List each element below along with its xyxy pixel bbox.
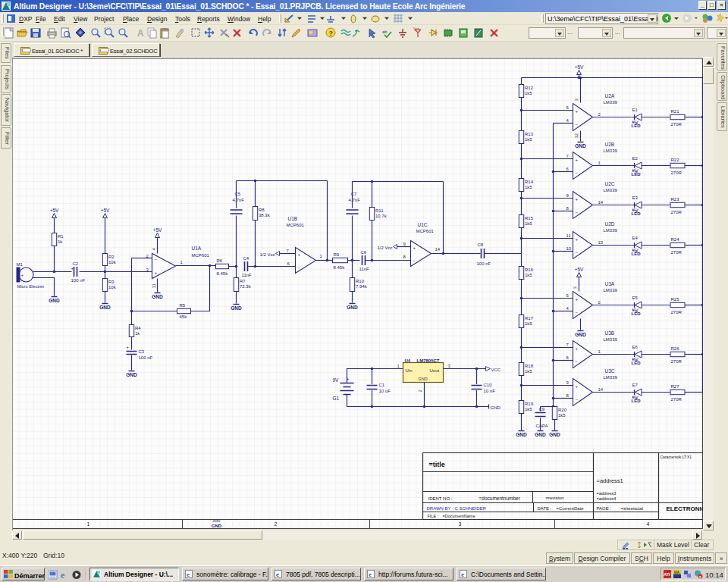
svg-text:CAPA: CAPA xyxy=(536,424,548,428)
svg-text:R15: R15 xyxy=(525,216,534,221)
svg-text:−: − xyxy=(21,278,24,283)
svg-text:LED: LED xyxy=(632,252,642,256)
svg-text:+: + xyxy=(21,273,24,277)
svg-text:C3: C3 xyxy=(139,349,145,354)
svg-text:C6: C6 xyxy=(361,250,367,255)
svg-text:R4: R4 xyxy=(135,326,141,330)
svg-text:+5V: +5V xyxy=(575,64,584,70)
svg-text:+: + xyxy=(576,158,579,162)
svg-text:R11: R11 xyxy=(375,208,384,213)
svg-text:DATE :: DATE : xyxy=(538,506,552,511)
svg-text:LM339: LM339 xyxy=(604,100,618,105)
svg-text:−: − xyxy=(576,359,579,364)
svg-text:GND: GND xyxy=(535,432,546,437)
svg-text:FILE :: FILE : xyxy=(428,514,439,518)
svg-text:−: − xyxy=(413,258,416,263)
svg-text:R14: R14 xyxy=(525,180,534,184)
svg-text:LM339: LM339 xyxy=(604,337,618,342)
svg-text:1k5: 1k5 xyxy=(525,273,532,277)
svg-text:1k5: 1k5 xyxy=(525,91,532,95)
svg-text:Uout: Uout xyxy=(430,368,440,373)
svg-text:IDENT NO :: IDENT NO : xyxy=(428,496,453,501)
svg-text:U1A: U1A xyxy=(192,246,202,251)
svg-text:270R: 270R xyxy=(671,122,682,127)
svg-text:R21: R21 xyxy=(671,109,680,114)
svg-text:R7: R7 xyxy=(240,279,246,283)
svg-text:R8: R8 xyxy=(259,208,265,212)
svg-text:ATI: ATI xyxy=(664,572,670,577)
svg-text:LM339: LM339 xyxy=(604,188,618,192)
svg-text:GND: GND xyxy=(152,294,163,299)
svg-text:1k5: 1k5 xyxy=(525,369,532,374)
svg-text:270R: 270R xyxy=(671,397,682,402)
svg-text:C8: C8 xyxy=(478,242,484,247)
svg-text:R17: R17 xyxy=(525,316,534,321)
svg-text:8.45k: 8.45k xyxy=(334,265,346,270)
svg-text:ELECTRONIC: ELECTRONIC xyxy=(667,505,704,512)
svg-text:LM339: LM339 xyxy=(604,288,618,293)
svg-text:E2: E2 xyxy=(632,156,639,161)
svg-text:−: − xyxy=(576,171,579,175)
svg-text:+5V: +5V xyxy=(101,208,110,213)
svg-text:+5V: +5V xyxy=(153,227,162,233)
svg-text:C5: C5 xyxy=(235,192,241,196)
svg-text:e: e xyxy=(187,571,190,578)
svg-text:GND: GND xyxy=(491,405,501,410)
svg-text:11: 11 xyxy=(566,233,572,238)
svg-text:U3B: U3B xyxy=(605,330,615,336)
svg-text:270R: 270R xyxy=(671,359,682,364)
svg-text:R2: R2 xyxy=(108,255,115,259)
svg-text:R10: R10 xyxy=(356,279,365,283)
svg-text:12: 12 xyxy=(574,133,579,138)
svg-text:MCP601: MCP601 xyxy=(416,229,435,233)
svg-text:LM339: LM339 xyxy=(604,228,618,233)
svg-text:GND: GND xyxy=(347,305,358,310)
svg-text:−: − xyxy=(576,210,579,214)
svg-text:=address4: =address4 xyxy=(597,496,617,501)
svg-text:=DocumentName: =DocumentName xyxy=(443,514,475,518)
svg-text:GND: GND xyxy=(99,305,111,310)
svg-text:R9: R9 xyxy=(334,252,340,257)
svg-text:1k5: 1k5 xyxy=(525,185,532,189)
svg-text:+: + xyxy=(155,271,158,275)
svg-text:E5: E5 xyxy=(632,296,639,300)
svg-text:11nF: 11nF xyxy=(242,273,253,277)
svg-text:LED: LED xyxy=(632,399,642,403)
svg-text:R20: R20 xyxy=(558,408,567,412)
svg-text:+: + xyxy=(576,346,579,351)
svg-text:+: + xyxy=(576,109,579,114)
svg-text:1k5: 1k5 xyxy=(525,407,532,411)
svg-text:10 nF: 10 nF xyxy=(484,389,496,393)
svg-text:E6: E6 xyxy=(632,345,639,349)
svg-text:38.3k: 38.3k xyxy=(259,213,271,217)
svg-text:10.7k: 10.7k xyxy=(375,214,388,218)
svg-text:=revision: =revision xyxy=(546,496,564,500)
svg-text:11: 11 xyxy=(152,283,156,289)
svg-text:13: 13 xyxy=(598,240,604,245)
svg-text:+: + xyxy=(576,197,579,202)
svg-text:C9: C9 xyxy=(539,407,545,411)
svg-text:1k5: 1k5 xyxy=(558,413,566,418)
svg-text:Caracteristik LT:X1: Caracteristik LT:X1 xyxy=(661,455,692,459)
svg-text:4.7nF: 4.7nF xyxy=(233,198,245,202)
svg-text:=sheettotal: =sheettotal xyxy=(621,506,644,511)
svg-text:−: − xyxy=(576,250,579,255)
svg-text:R18: R18 xyxy=(525,364,534,368)
svg-text:C4: C4 xyxy=(243,256,249,261)
svg-text:1/2 Vcc: 1/2 Vcc xyxy=(260,252,275,257)
svg-text:270R: 270R xyxy=(671,250,682,255)
svg-text:PAGE :: PAGE : xyxy=(597,506,612,511)
svg-text:1/2 Vcc: 1/2 Vcc xyxy=(378,246,393,250)
svg-text:LED: LED xyxy=(632,211,642,216)
svg-text:−: − xyxy=(155,257,158,261)
svg-text:+5V: +5V xyxy=(50,208,59,213)
svg-text:14: 14 xyxy=(435,247,441,252)
svg-text:7.94k: 7.94k xyxy=(356,284,368,289)
svg-text:VIA: VIA xyxy=(674,571,680,574)
svg-text:GND: GND xyxy=(575,143,586,149)
svg-text:+: + xyxy=(413,246,416,250)
svg-text:C7: C7 xyxy=(351,192,357,196)
svg-text:270R: 270R xyxy=(671,171,682,175)
svg-text:GND: GND xyxy=(419,377,428,381)
svg-text:9V: 9V xyxy=(333,377,340,383)
